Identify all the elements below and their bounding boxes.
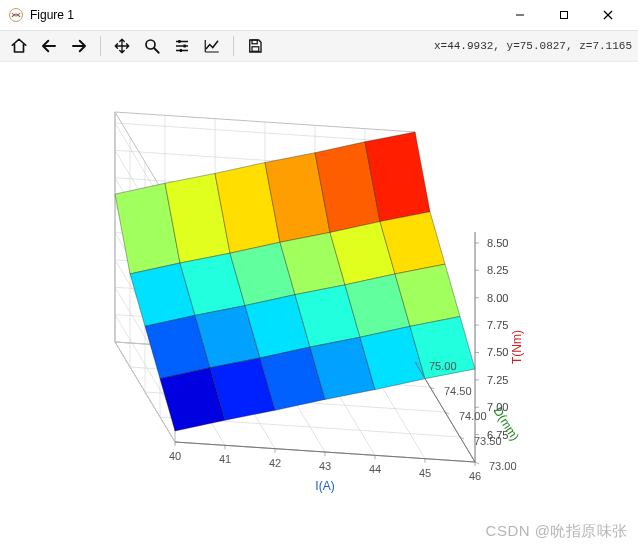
home-button[interactable] — [6, 33, 32, 59]
svg-text:74.50: 74.50 — [444, 385, 472, 397]
svg-text:45: 45 — [419, 467, 431, 479]
svg-text:42: 42 — [269, 457, 281, 469]
svg-rect-13 — [252, 40, 257, 44]
back-button[interactable] — [36, 33, 62, 59]
svg-text:6.75: 6.75 — [487, 429, 508, 441]
svg-text:7.25: 7.25 — [487, 374, 508, 386]
svg-text:43: 43 — [319, 460, 331, 472]
z-axis-label: T(Nm) — [510, 330, 524, 364]
toolbar-separator — [100, 36, 101, 56]
window-titlebar: Figure 1 — [0, 0, 638, 31]
matplotlib-toolbar: x=44.9932, y=75.0827, z=7.1165 — [0, 31, 638, 62]
maximize-button[interactable] — [542, 0, 586, 30]
close-button[interactable] — [586, 0, 630, 30]
svg-text:7.00: 7.00 — [487, 401, 508, 413]
svg-text:75.00: 75.00 — [429, 360, 457, 372]
svg-rect-12 — [180, 49, 182, 52]
svg-text:41: 41 — [219, 453, 231, 465]
toolbar-separator — [233, 36, 234, 56]
save-icon — [246, 37, 264, 55]
svg-line-6 — [154, 48, 159, 53]
svg-text:8.25: 8.25 — [487, 264, 508, 276]
zoom-icon — [143, 37, 161, 55]
svg-text:8.00: 8.00 — [487, 292, 508, 304]
svg-line-73 — [475, 462, 479, 464]
arrow-left-icon — [40, 37, 58, 55]
edit-axis-button[interactable] — [199, 33, 225, 59]
svg-text:7.50: 7.50 — [487, 346, 508, 358]
arrow-right-icon — [70, 37, 88, 55]
save-button[interactable] — [242, 33, 268, 59]
zoom-button[interactable] — [139, 33, 165, 59]
forward-button[interactable] — [66, 33, 92, 59]
svg-text:7.75: 7.75 — [487, 319, 508, 331]
window-title: Figure 1 — [30, 8, 74, 22]
app-icon — [8, 7, 24, 23]
move-icon — [113, 37, 131, 55]
svg-rect-14 — [252, 47, 259, 52]
pan-button[interactable] — [109, 33, 135, 59]
plot-canvas[interactable]: 40414243444546I(A)73.0073.5074.0074.5075… — [0, 62, 638, 545]
svg-text:46: 46 — [469, 470, 481, 482]
svg-rect-10 — [178, 40, 180, 43]
svg-rect-11 — [184, 45, 186, 48]
svg-text:73.00: 73.00 — [489, 460, 517, 472]
svg-text:40: 40 — [169, 450, 181, 462]
sliders-icon — [173, 37, 191, 55]
close-icon — [603, 10, 613, 20]
coord-readout: x=44.9932, y=75.0827, z=7.1165 — [434, 40, 632, 52]
chart-line-icon — [203, 37, 221, 55]
maximize-icon — [559, 10, 569, 20]
svg-point-0 — [10, 9, 23, 22]
svg-text:44: 44 — [369, 463, 381, 475]
x-axis-label: I(A) — [315, 479, 334, 493]
configure-subplots-button[interactable] — [169, 33, 195, 59]
minimize-button[interactable] — [498, 0, 542, 30]
svg-text:8.50: 8.50 — [487, 237, 508, 249]
svg-rect-2 — [561, 12, 568, 19]
minimize-icon — [515, 10, 525, 20]
home-icon — [10, 37, 28, 55]
svg-text:74.00: 74.00 — [459, 410, 487, 422]
